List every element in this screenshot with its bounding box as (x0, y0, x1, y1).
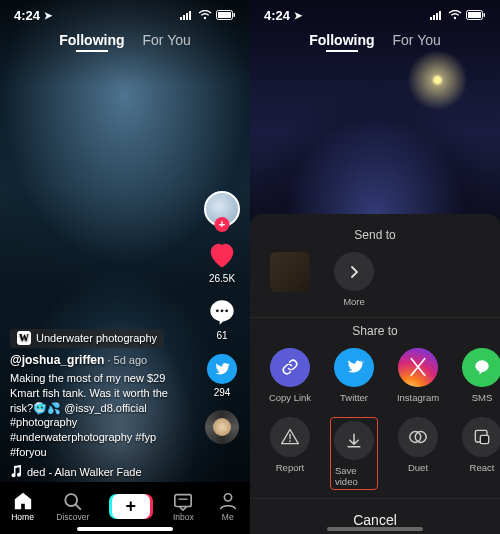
follow-plus-button[interactable]: + (215, 217, 230, 232)
twitter-icon (334, 348, 374, 387)
share-sms-label: SMS (472, 392, 493, 403)
action-duet[interactable]: Duet (394, 417, 442, 490)
tab-home-label: Home (11, 512, 34, 522)
svg-point-22 (454, 17, 456, 19)
duet-icon (398, 417, 438, 457)
svg-point-10 (221, 309, 224, 312)
share-to-row[interactable]: Copy Link Twitter Instagram SMS (250, 346, 500, 411)
svg-rect-32 (480, 435, 488, 443)
svg-rect-18 (430, 17, 432, 20)
svg-rect-24 (468, 12, 481, 18)
post-time: 5d ago (114, 354, 148, 366)
share-button[interactable]: 294 (206, 353, 238, 398)
wifi-icon (198, 10, 212, 20)
action-save-video[interactable]: Save video (330, 417, 378, 490)
signal-icon (430, 10, 444, 20)
share-twitter[interactable]: Twitter (330, 348, 378, 403)
share-twitter-icon (206, 353, 238, 385)
tab-for-you[interactable]: For You (143, 32, 191, 48)
topic-label: Underwater photography (36, 331, 157, 346)
heart-icon (206, 239, 238, 271)
status-bar: 4:24 ➤ (0, 0, 250, 26)
svg-rect-19 (433, 15, 435, 20)
svg-rect-7 (234, 13, 236, 17)
share-copy-link[interactable]: Copy Link (266, 348, 314, 403)
link-icon (270, 348, 310, 387)
tab-following[interactable]: Following (309, 32, 374, 48)
tab-me[interactable]: Me (217, 491, 239, 522)
compose-button[interactable]: + (112, 494, 150, 519)
music-row[interactable]: ded - Alan Walker Fade (10, 465, 192, 478)
comment-button[interactable]: 61 (206, 296, 238, 341)
tab-inbox-label: Inbox (173, 512, 194, 522)
status-bar: 4:24 ➤ (250, 0, 500, 26)
action-duet-label: Duet (408, 462, 428, 473)
location-arrow-icon: ➤ (44, 10, 52, 21)
instagram-icon (398, 348, 438, 387)
share-sms[interactable]: SMS (458, 348, 500, 403)
svg-rect-20 (436, 13, 438, 20)
share-sheet: Send to More Share to Copy Link (250, 214, 500, 534)
action-save-video-label: Save video (335, 465, 373, 487)
battery-icon (466, 10, 486, 20)
comment-icon (206, 296, 238, 328)
share-twitter-label: Twitter (340, 392, 368, 403)
share-count: 294 (214, 387, 231, 398)
svg-rect-21 (439, 11, 441, 20)
action-react-label: React (470, 462, 495, 473)
svg-rect-2 (186, 13, 188, 20)
like-button[interactable]: 26.5K (206, 239, 238, 284)
share-instagram-label: Instagram (397, 392, 439, 403)
svg-rect-1 (183, 15, 185, 20)
send-to-row[interactable]: More (250, 250, 500, 315)
pane-feed: 4:24 ➤ Following For You + 26.5K (0, 0, 250, 534)
like-count: 26.5K (209, 273, 235, 284)
svg-point-9 (216, 309, 219, 312)
caption[interactable]: Making the most of my new $29 Kmart fish… (10, 371, 192, 460)
tab-inbox[interactable]: Inbox (172, 491, 194, 522)
sound-disc-inner (213, 418, 231, 436)
status-time: 4:24 (14, 8, 40, 23)
share-copy-link-label: Copy Link (269, 392, 311, 403)
music-note-icon (10, 465, 21, 478)
profile-icon (217, 491, 239, 511)
svg-line-14 (76, 504, 81, 509)
topic-chip[interactable]: W Underwater photography (10, 329, 164, 348)
sound-disc[interactable] (205, 410, 239, 444)
share-actions-row[interactable]: Report Save video Duet React (250, 411, 500, 498)
share-instagram[interactable]: Instagram (394, 348, 442, 403)
svg-rect-25 (484, 13, 486, 17)
send-to-more[interactable]: More (330, 252, 378, 307)
username[interactable]: @joshua_griffen (10, 353, 104, 367)
home-icon (12, 491, 34, 511)
wifi-icon (448, 10, 462, 20)
top-tabs: Following For You (0, 32, 250, 48)
send-to-friend[interactable] (266, 252, 314, 307)
home-indicator (77, 527, 173, 531)
share-to-header: Share to (250, 320, 500, 346)
tab-home[interactable]: Home (11, 491, 34, 522)
svg-rect-6 (218, 12, 231, 18)
action-report-label: Report (276, 462, 305, 473)
inbox-icon (172, 491, 194, 511)
action-report[interactable]: Report (266, 417, 314, 490)
sms-icon (462, 348, 500, 387)
send-to-header: Send to (250, 224, 500, 250)
friend-avatar (270, 252, 310, 292)
chevron-right-icon (334, 252, 374, 291)
signal-icon (180, 10, 194, 20)
tab-for-you[interactable]: For You (393, 32, 441, 48)
post-info: W Underwater photography @joshua_griffen… (10, 329, 192, 460)
music-title: ded - Alan Walker Fade (27, 466, 142, 478)
react-icon (462, 417, 500, 457)
divider (250, 317, 500, 318)
author-avatar[interactable]: + (204, 191, 240, 227)
download-icon (334, 421, 374, 460)
tab-discover[interactable]: Discover (56, 491, 89, 522)
wikipedia-icon: W (17, 331, 31, 345)
tab-discover-label: Discover (56, 512, 89, 522)
comment-count: 61 (216, 330, 227, 341)
action-react[interactable]: React (458, 417, 500, 490)
svg-point-28 (289, 440, 291, 442)
tab-following[interactable]: Following (59, 32, 124, 48)
